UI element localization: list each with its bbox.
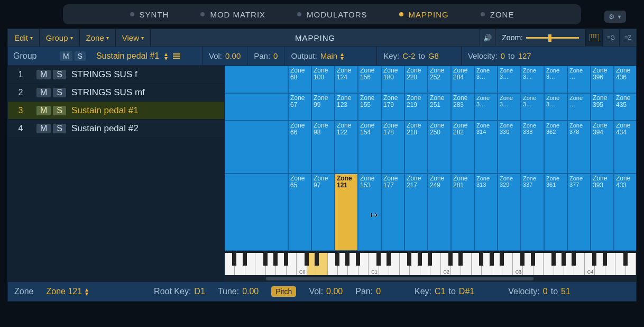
zone-cell[interactable]: Zone378: [567, 121, 591, 174]
group-solo-button[interactable]: S: [75, 51, 86, 61]
zone-cell[interactable]: Zone3…: [544, 66, 567, 93]
piano-key-black[interactable]: [232, 253, 236, 266]
zone-cell[interactable]: Zone330: [498, 121, 521, 174]
velocity-high-value[interactable]: 127: [518, 51, 531, 60]
footer-key-low[interactable]: C1: [435, 287, 445, 296]
piano-key-black[interactable]: [345, 253, 349, 266]
piano-key[interactable]: C2: [441, 253, 451, 275]
piano-key-black[interactable]: [572, 253, 576, 266]
velocity-low-value[interactable]: 0: [501, 51, 505, 60]
tab-zone[interactable]: ZONE: [481, 10, 514, 19]
piano-key[interactable]: [400, 253, 410, 275]
zone-cell[interactable]: Zone252: [428, 66, 451, 93]
group-stepper-icon[interactable]: ▴▾: [164, 52, 168, 60]
zone-cell[interactable]: [225, 66, 288, 93]
zone-cell[interactable]: Zone3…: [474, 66, 498, 93]
zone-cell[interactable]: Zone66: [288, 121, 311, 174]
group-row[interactable]: 4MSSustain pedal #2: [8, 120, 224, 138]
output-stepper-icon[interactable]: ▴▾: [341, 52, 344, 60]
tab-mod-matrix[interactable]: MOD MATRIX: [200, 10, 265, 19]
zone-cell[interactable]: Zone251: [428, 93, 451, 121]
vol-value[interactable]: 0.00: [225, 51, 241, 60]
mute-button[interactable]: M: [36, 88, 51, 97]
piano-key-black[interactable]: [407, 253, 411, 266]
group-row[interactable]: 3MSSustain pedal #1: [8, 102, 224, 120]
view-mode-group[interactable]: ≡G: [602, 29, 619, 46]
zone-cell[interactable]: Zone395: [591, 93, 614, 121]
zone-cell[interactable]: Zone178: [381, 121, 404, 174]
zoom-slider[interactable]: [526, 37, 579, 39]
zoom-slider-handle[interactable]: [548, 34, 551, 42]
piano-key[interactable]: [328, 253, 338, 275]
zone-cell[interactable]: Zone329: [498, 174, 521, 251]
solo-button[interactable]: S: [53, 106, 66, 115]
zone-cell[interactable]: Zone250: [428, 121, 451, 174]
zone-cell[interactable]: Zone394: [591, 121, 614, 174]
piano-key-black[interactable]: [356, 253, 360, 266]
zone-cell[interactable]: Zone154: [358, 121, 381, 174]
zone-cell[interactable]: Zone361: [544, 174, 567, 251]
piano-key-black[interactable]: [284, 253, 288, 266]
piano-key-black[interactable]: [315, 253, 319, 266]
piano-key-black[interactable]: [448, 253, 453, 266]
piano-key[interactable]: [255, 253, 265, 275]
audition-speaker-button[interactable]: 🔊: [480, 29, 495, 46]
zone-cell[interactable]: Zone122: [335, 121, 358, 174]
footer-vel-low[interactable]: 0: [543, 287, 548, 296]
solo-button[interactable]: S: [53, 70, 66, 79]
piano-key-black[interactable]: [273, 253, 278, 266]
piano-key-black[interactable]: [551, 253, 556, 266]
piano-key-black[interactable]: [562, 253, 566, 266]
piano-key[interactable]: C3: [513, 253, 523, 275]
piano-key-black[interactable]: [490, 253, 494, 266]
zone-cell[interactable]: Zone156: [358, 66, 381, 93]
zone-cell[interactable]: Zone155: [358, 93, 381, 121]
footer-key-high[interactable]: D#1: [459, 287, 474, 296]
piano-key[interactable]: [225, 253, 235, 275]
menu-view[interactable]: View▾: [116, 29, 151, 46]
rootkey-value[interactable]: D1: [194, 287, 205, 296]
zone-cell[interactable]: Zone314: [474, 121, 498, 174]
tab-mapping[interactable]: MAPPING: [399, 10, 449, 19]
piano-key-black[interactable]: [428, 253, 432, 266]
zone-cell[interactable]: Zone249: [428, 174, 451, 251]
zone-cell[interactable]: Zone121: [335, 174, 358, 251]
view-mode-zone[interactable]: ≡Z: [619, 29, 636, 46]
piano-key-black[interactable]: [305, 253, 309, 266]
piano-key-black[interactable]: [376, 253, 381, 266]
piano-key-black[interactable]: [479, 253, 483, 266]
zone-cell[interactable]: Zone283: [451, 93, 474, 121]
zone-cell[interactable]: [225, 93, 288, 121]
menu-group[interactable]: Group▾: [40, 29, 80, 46]
group-row[interactable]: 1MSSTRINGS SUS f: [8, 66, 224, 84]
solo-button[interactable]: S: [53, 124, 66, 133]
zone-cell[interactable]: Zone3…: [521, 66, 544, 93]
zone-stepper-icon[interactable]: ▴▾: [85, 287, 88, 296]
zone-cell[interactable]: Zone219: [404, 93, 428, 121]
piano-key-black[interactable]: [418, 253, 422, 266]
piano-key[interactable]: C0: [297, 253, 307, 275]
zone-cell[interactable]: Zone362: [544, 121, 567, 174]
zone-mapping-pane[interactable]: Zone68Zone100Zone124Zone156Zone180Zone22…: [225, 66, 636, 281]
piano-key-black[interactable]: [387, 253, 391, 266]
zone-cell[interactable]: Zone124: [335, 66, 358, 93]
piano-key[interactable]: [615, 253, 625, 275]
zone-cell[interactable]: Zone435: [614, 93, 636, 121]
zone-cell[interactable]: Zone…: [567, 93, 591, 121]
pan-value[interactable]: 0: [273, 51, 278, 60]
zone-cell[interactable]: Zone…: [567, 66, 591, 93]
piano-key-black[interactable]: [500, 253, 504, 266]
zone-cell[interactable]: Zone436: [614, 66, 636, 93]
zone-cell[interactable]: Zone337: [521, 174, 544, 251]
zone-cell[interactable]: Zone434: [614, 121, 636, 174]
zone-cell[interactable]: Zone282: [451, 121, 474, 174]
zone-cell[interactable]: [225, 121, 288, 174]
zone-cell[interactable]: Zone284: [451, 66, 474, 93]
group-name-selector[interactable]: Sustain pedal #1: [96, 51, 159, 61]
zone-cell[interactable]: Zone218: [404, 121, 428, 174]
view-mode-keyboard[interactable]: [585, 29, 602, 46]
piano-key[interactable]: C4: [585, 253, 595, 275]
zone-cell[interactable]: Zone377: [567, 174, 591, 251]
list-icon[interactable]: [173, 53, 180, 59]
menu-zone[interactable]: Zone▾: [80, 29, 116, 46]
